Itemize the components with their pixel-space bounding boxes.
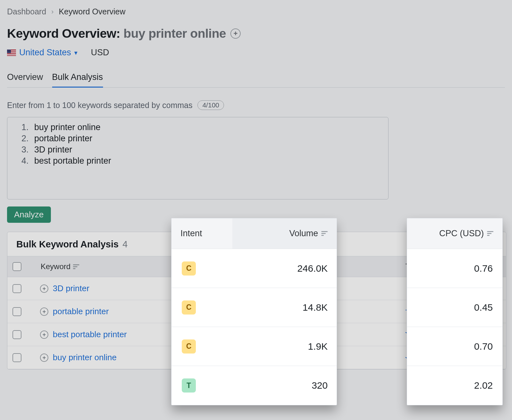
highlight-row: C 1.9K xyxy=(172,327,337,366)
tab-overview[interactable]: Overview xyxy=(7,72,43,87)
results-title: Bulk Keyword Analysis xyxy=(16,239,119,250)
row-checkbox-cell xyxy=(7,346,35,369)
page-title-row: Keyword Overview: buy printer online + xyxy=(7,27,505,41)
header-cpc-label: CPC (USD) xyxy=(439,229,484,238)
row-spacer xyxy=(356,323,400,346)
keyword-count-pill: 4/100 xyxy=(197,100,224,110)
header-volume[interactable]: Volume xyxy=(232,218,337,249)
breadcrumb-root[interactable]: Dashboard xyxy=(7,7,46,16)
keyword-item: best portable printer xyxy=(31,155,379,167)
flag-us-icon xyxy=(7,50,16,56)
expand-icon[interactable]: + xyxy=(40,284,48,293)
highlight-row: C 14.8K xyxy=(172,288,337,327)
meta-row: United States ▾ USD xyxy=(7,48,505,58)
volume-cell: 14.8K xyxy=(232,302,337,313)
add-keyword-icon[interactable]: + xyxy=(230,28,241,39)
row-checkbox[interactable] xyxy=(12,284,21,293)
row-checkbox-cell xyxy=(7,277,35,300)
chevron-down-icon: ▾ xyxy=(74,49,77,57)
breadcrumb-current: Keyword Overview xyxy=(59,7,125,16)
highlight-row: 0.45 xyxy=(407,288,502,327)
row-checkbox-cell xyxy=(7,323,35,346)
highlight-header-row: Intent Volume xyxy=(172,218,337,249)
header-spacer xyxy=(356,256,400,277)
highlight-cpc: CPC (USD) 0.76 0.45 0.70 2.02 xyxy=(407,218,502,405)
country-selector[interactable]: United States ▾ xyxy=(7,48,77,58)
tabs: Overview Bulk Analysis xyxy=(7,72,505,88)
expand-icon[interactable]: + xyxy=(40,331,48,339)
row-checkbox-cell xyxy=(7,300,35,323)
row-checkbox[interactable] xyxy=(12,307,21,316)
highlight-intent-volume: Intent Volume C 246.0K C 14.8K C 1.9K T … xyxy=(172,218,337,405)
keyword-link[interactable]: buy printer online xyxy=(53,353,116,362)
page-title-prefix: Keyword Overview: xyxy=(7,27,120,40)
page-title-query: buy printer online xyxy=(124,27,226,40)
volume-cell: 320 xyxy=(232,380,337,391)
intent-cell: C xyxy=(172,339,232,354)
keyword-list: buy printer online portable printer 3D p… xyxy=(16,122,379,167)
results-count: 4 xyxy=(123,239,128,250)
sort-icon xyxy=(73,264,79,269)
intent-badge: C xyxy=(182,300,196,315)
row-spacer xyxy=(356,277,400,300)
sort-icon xyxy=(487,231,493,236)
keyword-item: buy printer online xyxy=(31,122,379,133)
keyword-input-box[interactable]: buy printer online portable printer 3D p… xyxy=(7,117,388,199)
intent-badge: C xyxy=(182,339,196,354)
expand-icon[interactable]: + xyxy=(40,354,48,362)
intent-badge: C xyxy=(182,261,196,276)
tab-bulk-analysis[interactable]: Bulk Analysis xyxy=(52,72,103,88)
header-cpc[interactable]: CPC (USD) xyxy=(407,218,502,249)
chevron-right-icon: › xyxy=(51,8,53,16)
breadcrumb: Dashboard › Keyword Overview xyxy=(7,7,505,16)
highlight-row: C 246.0K xyxy=(172,249,337,288)
analyze-button[interactable]: Analyze xyxy=(7,206,51,223)
intent-cell: T xyxy=(172,378,232,393)
keyword-link[interactable]: portable printer xyxy=(53,307,109,316)
cpc-cell: 0.70 xyxy=(407,341,502,352)
cpc-cell: 0.45 xyxy=(407,302,502,313)
expand-icon[interactable]: + xyxy=(40,307,48,316)
currency-label: USD xyxy=(91,48,109,58)
header-checkbox-cell xyxy=(7,256,35,277)
volume-cell: 246.0K xyxy=(232,263,337,274)
sort-icon xyxy=(321,231,328,236)
country-label: United States xyxy=(19,48,71,58)
volume-cell: 1.9K xyxy=(232,341,337,352)
highlight-row: T 320 xyxy=(172,366,337,405)
keyword-link[interactable]: 3D printer xyxy=(53,284,89,293)
highlight-row: 2.02 xyxy=(407,366,502,405)
select-all-checkbox[interactable] xyxy=(12,262,21,271)
keyword-item: 3D printer xyxy=(31,144,379,155)
intent-badge: T xyxy=(182,378,196,393)
instruction-row: Enter from 1 to 100 keywords separated b… xyxy=(7,100,505,110)
row-spacer xyxy=(356,346,400,369)
page-title: Keyword Overview: buy printer online xyxy=(7,27,226,41)
intent-cell: C xyxy=(172,261,232,276)
row-checkbox[interactable] xyxy=(12,330,21,339)
header-intent[interactable]: Intent xyxy=(172,218,232,249)
header-keyword-label: Keyword xyxy=(41,262,70,271)
cpc-cell: 0.76 xyxy=(407,263,502,274)
intent-cell: C xyxy=(172,300,232,315)
row-spacer xyxy=(356,300,400,323)
cpc-cell: 2.02 xyxy=(407,380,502,391)
highlight-header-row: CPC (USD) xyxy=(407,218,502,249)
instruction-text: Enter from 1 to 100 keywords separated b… xyxy=(7,101,192,110)
header-volume-label: Volume xyxy=(289,229,318,238)
highlight-row: 0.70 xyxy=(407,327,502,366)
highlight-row: 0.76 xyxy=(407,249,502,288)
header-intent-label: Intent xyxy=(180,229,202,238)
keyword-link[interactable]: best portable printer xyxy=(53,330,127,339)
row-checkbox[interactable] xyxy=(12,353,21,362)
keyword-item: portable printer xyxy=(31,133,379,144)
